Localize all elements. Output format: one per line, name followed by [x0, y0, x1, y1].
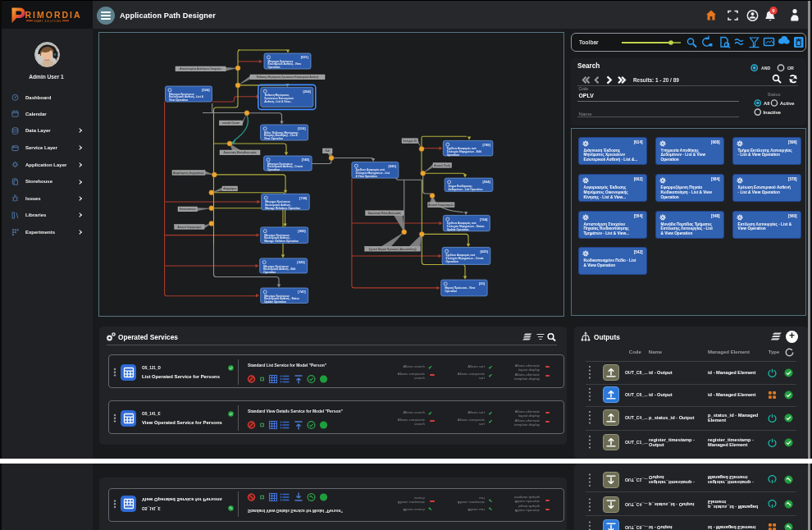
svg-text:Σχετικά Μερικά Πρόσωπα (Ασυναί: Σχετικά Μερικά Πρόσωπα (Ασυναίσθητη) — [369, 248, 417, 251]
svg-text:Αποκλεισμένη Ανέκλητων Στοιχεί: Αποκλεισμένη Ανέκλητων Στοιχείων — [180, 67, 221, 71]
svg-text:View Operation: View Operation — [169, 98, 188, 102]
svg-text:[521]: [521] — [301, 55, 309, 59]
svg-text:RIMORDIA: RIMORDIA — [25, 10, 82, 20]
svg-text:Operation: Operation — [446, 260, 458, 263]
svg-text:Διαρκειακή Βάση Ανωνυμίας: Διαρκειακή Βάση Ανωνυμίας — [368, 212, 402, 215]
svg-text:Στελεχών Μ.: Στελεχών Μ. — [403, 139, 417, 143]
svg-text:Update Operation: Update Operation — [264, 300, 286, 304]
svg-text:[930]: [930] — [389, 164, 397, 168]
svg-text:Operation: Operation — [268, 66, 281, 69]
svg-text:Διαγράφων: Διαγράφων — [223, 187, 236, 190]
svg-text:[510]: [510] — [298, 126, 306, 130]
svg-text:[798]: [798] — [299, 196, 308, 200]
svg-text:OR: OR — [787, 66, 794, 71]
svg-text:Operation: Operation — [445, 290, 457, 293]
svg-text:Manage Children Operation: Manage Children Operation — [264, 240, 299, 243]
svg-text:Διαρκειακή Βάση Ανωνυμίας: Διαρκειακή Βάση Ανωνυμίας — [223, 151, 257, 154]
svg-text:Results: 1 - 20 / 89: Results: 1 - 20 / 89 — [633, 77, 679, 83]
svg-text:[629]: [629] — [480, 249, 488, 254]
svg-text:Επισυναπτών: Επισυναπτών — [180, 208, 196, 211]
svg-text:SMART SOLUTIONS: SMART SOLUTIONS — [34, 20, 62, 23]
svg-text:Ασθενή - List & View...: Ασθενή - List & View... — [264, 100, 292, 103]
svg-text:Ανοικτό Λογαριασμό: Ανοικτό Λογαριασμό — [177, 226, 201, 229]
svg-text:[524]: [524] — [202, 88, 210, 92]
svg-text:[20]: [20] — [479, 281, 486, 286]
svg-text:AND: AND — [761, 66, 770, 71]
svg-text:Ανοικτό Πωλή: Ανοικτό Πωλή — [434, 164, 450, 167]
svg-text:View Operation: View Operation — [264, 137, 283, 140]
svg-text:Update Operation: Update Operation — [447, 228, 469, 231]
svg-text:All: All — [764, 100, 770, 105]
svg-text:& View Operation: & View Operation — [355, 175, 376, 178]
svg-text:[749]: [749] — [482, 143, 490, 147]
svg-text:[747]: [747] — [298, 290, 306, 294]
svg-text:Ανοικτά Λογαριασμών: Ανοικτά Λογαριασμών — [428, 203, 454, 207]
svg-text:Operation: Operation — [267, 168, 280, 171]
svg-text:[764]: [764] — [480, 217, 488, 222]
svg-text:Inactive: Inactive — [764, 109, 782, 114]
svg-text:Null: Null — [326, 149, 331, 153]
svg-text:Operation: Operation — [263, 271, 276, 274]
svg-text:Ασφαλισμένη διαχειρίσεων: Ασφαλισμένη διαχειρίσεων — [173, 171, 204, 175]
svg-text:Operation: Operation — [447, 153, 459, 157]
svg-text:[745]: [745] — [302, 158, 310, 162]
svg-text:outside Clause: outside Clause — [222, 121, 239, 125]
svg-text:Manage Relations Operation: Manage Relations Operation — [265, 207, 300, 210]
svg-text:Δεδομένων - List Operation: Δεδομένων - List Operation — [449, 188, 483, 191]
svg-text:[895]: [895] — [298, 229, 306, 233]
svg-text:[204]: [204] — [303, 89, 311, 94]
svg-text:Έκδοσης Μηνύματος Χρεώσεων Εσω: Έκδοσης Μηνύματος Χρεώσεων Εσωτερικών Ασ… — [256, 75, 319, 79]
svg-text:[920]: [920] — [297, 260, 305, 264]
svg-text:Active: Active — [780, 100, 795, 105]
svg-text:[594]: [594] — [482, 180, 490, 184]
